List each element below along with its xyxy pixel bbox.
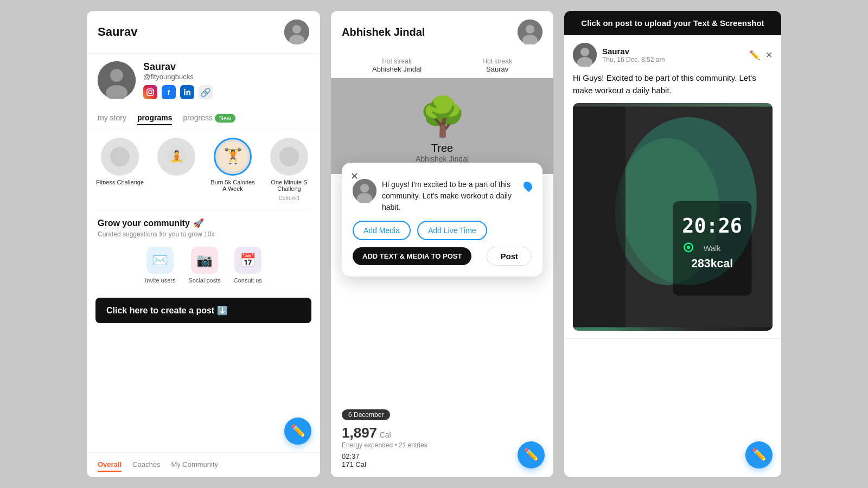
svg-point-1: [292, 25, 301, 34]
invite-users-label: Invite users: [145, 277, 175, 284]
facebook-icon[interactable]: f: [162, 85, 176, 99]
calories-display: 1,897 Cal: [342, 425, 542, 441]
program-circle-fitness: [101, 138, 139, 176]
bottom-tabs: Overall Coaches My Community: [87, 452, 320, 477]
modal-close-button[interactable]: ✕: [350, 170, 359, 182]
add-text-media-button[interactable]: ADD TEXT & MEDIA TO POST: [353, 247, 471, 265]
post-image: 20:26 Walk 283kcal: [573, 103, 773, 331]
svg-text:🧘: 🧘: [170, 150, 183, 163]
drop-icon: [522, 180, 534, 192]
tab-my-community[interactable]: My Community: [171, 458, 218, 472]
invite-users-item[interactable]: ✉️ Invite users: [145, 247, 175, 284]
social-posts-item[interactable]: 📷 Social posts: [188, 247, 220, 284]
calories-time-row: 02:37 171 Cal: [342, 452, 542, 468]
consult-us-label: Consult us: [234, 277, 262, 284]
social-icons: f 🔗: [143, 85, 309, 99]
program-circle-minute: [270, 138, 308, 176]
modal-text: Hi guys! I'm excited to be a part of thi…: [382, 179, 519, 213]
post-author: Saurav: [602, 47, 744, 56]
center-fab-button[interactable]: ✏️: [518, 441, 545, 468]
list-item: 🧘: [152, 138, 201, 201]
grow-subtitle: Curated suggestions for you to grow 10x: [98, 230, 309, 238]
close-post-button[interactable]: ✕: [765, 50, 773, 60]
tab-programs[interactable]: programs: [137, 111, 173, 125]
left-panel: Saurav Saurav @fityoungbucks f: [87, 11, 320, 477]
svg-text:🏋️: 🏋️: [224, 147, 242, 165]
post-card: Saurav Thu, 16 Dec, 8:52 am ✏️ ✕ Hi Guys…: [564, 35, 781, 339]
modal-bottom-row: ADD TEXT & MEDIA TO POST Post: [353, 247, 532, 266]
tab-coaches[interactable]: Coaches: [132, 458, 160, 472]
hot-streak-name-1: Abhishek Jindal: [372, 65, 422, 73]
post-icons: ✏️ ✕: [749, 50, 773, 60]
left-header: Saurav: [87, 11, 320, 54]
tooltip-banner: Click on post to upload your Text & Scre…: [564, 11, 781, 35]
svg-point-21: [360, 184, 369, 192]
date-label: 6 December: [342, 409, 390, 420]
tree-icon: 🌳: [419, 94, 466, 139]
center-bottom: 6 December 1,897 Cal Energy expended • 2…: [331, 401, 553, 477]
svg-point-18: [526, 25, 534, 34]
hot-streak-label-1: Hot streak: [372, 57, 422, 65]
tab-progress[interactable]: progressNew: [183, 111, 235, 125]
modal-post-content: Hi guys! I'm excited to be a part of thi…: [353, 179, 532, 213]
svg-point-11: [110, 147, 130, 166]
svg-text:20:26: 20:26: [682, 214, 742, 237]
nav-tabs: my story programs progressNew: [87, 107, 320, 130]
social-posts-icon: 📷: [191, 247, 218, 274]
program-circle-burn: 🏋️: [214, 138, 252, 176]
modal-avatar: [353, 179, 376, 203]
tab-overall[interactable]: Overall: [98, 458, 122, 472]
modal-card: ✕ Hi guys! I'm excited to be a part of t…: [342, 163, 542, 277]
svg-rect-6: [147, 89, 154, 95]
grow-title: Grow your community 🚀: [98, 218, 309, 228]
svg-point-22: [357, 193, 372, 203]
tree-sublabel: Abhishek Jindal: [416, 155, 469, 163]
list-item: Fitness Challenge: [95, 138, 144, 201]
create-post-banner[interactable]: Click here to create a post ⬇️: [95, 298, 311, 323]
profile-name: Saurav: [143, 61, 309, 73]
post-time: Thu, 16 Dec, 8:52 am: [602, 56, 744, 63]
post-header: Saurav Thu, 16 Dec, 8:52 am ✏️ ✕: [573, 43, 773, 67]
profile-avatar: [98, 61, 136, 99]
svg-rect-9: [184, 91, 186, 95]
calories-time: 02:37: [342, 452, 360, 460]
right-fab-button[interactable]: ✏️: [745, 441, 773, 468]
hot-streak-label-2: Hot streak: [482, 57, 512, 65]
profile-handle: @fityoungbucks: [143, 73, 309, 81]
calories-description: Energy expended • 21 entries: [342, 441, 542, 449]
instagram-icon[interactable]: [143, 85, 157, 99]
tree-section: 🌳 Tree Abhishek Jindal: [331, 78, 553, 174]
svg-point-10: [184, 89, 186, 91]
svg-point-16: [279, 147, 299, 166]
fab-button[interactable]: ✏️: [284, 418, 311, 445]
edit-post-button[interactable]: ✏️: [749, 50, 760, 60]
programs-grid: Fitness Challenge 🧘 🏋️ Burn 5k CaloriesA…: [87, 130, 320, 209]
grow-section: Grow your community 🚀 Curated suggestion…: [87, 209, 320, 292]
profile-section: Saurav @fityoungbucks f 🔗: [87, 54, 320, 107]
svg-point-7: [149, 91, 152, 94]
link-icon[interactable]: 🔗: [199, 85, 213, 99]
hot-streak-item-1: Hot streak Abhishek Jindal: [372, 57, 422, 73]
svg-text:283kcal: 283kcal: [691, 257, 733, 270]
left-title: Saurav: [98, 25, 137, 39]
new-badge: New: [215, 114, 235, 123]
svg-text:Walk: Walk: [704, 244, 721, 253]
post-meta: Saurav Thu, 16 Dec, 8:52 am: [602, 47, 744, 63]
avatar-img: [284, 20, 309, 44]
svg-rect-29: [573, 107, 626, 328]
linkedin-icon[interactable]: [180, 85, 194, 99]
program-label: Fitness Challenge: [96, 179, 144, 185]
list-item: 🏋️ Burn 5k CaloriesA Week: [208, 138, 257, 201]
avatar[interactable]: [284, 20, 309, 44]
center-avatar: [518, 20, 542, 44]
post-button[interactable]: Post: [487, 247, 532, 266]
right-panel: Click on post to upload your Text & Scre…: [564, 11, 781, 477]
social-posts-label: Social posts: [188, 277, 220, 284]
tab-my-story[interactable]: my story: [98, 111, 126, 125]
consult-us-item[interactable]: 📅 Consult us: [234, 247, 262, 284]
calories-small: 171 Cal: [342, 460, 366, 468]
center-title: Abhishek Jindal: [342, 26, 425, 38]
add-media-button[interactable]: Add Media: [353, 221, 411, 240]
add-live-time-button[interactable]: Add Live Time: [417, 221, 487, 240]
modal-actions: Add Media Add Live Time: [353, 221, 532, 240]
